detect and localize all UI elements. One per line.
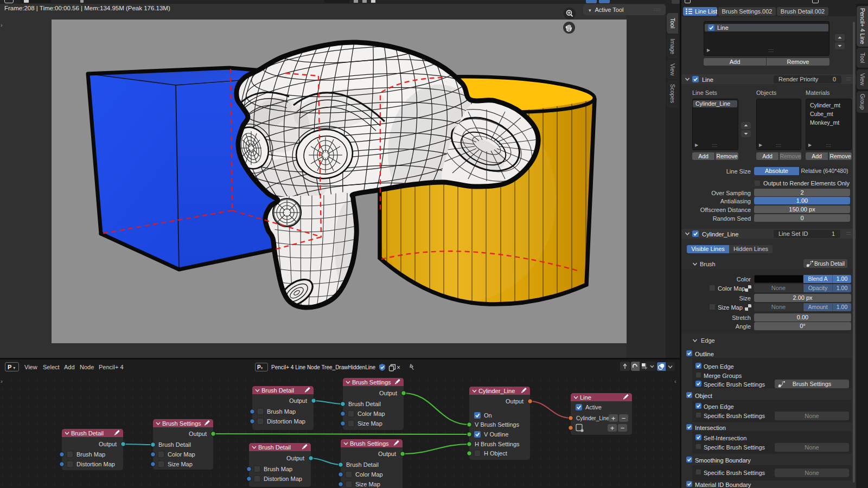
svg-text:Size Map: Size Map [358,420,382,427]
svg-text:Brush Map: Brush Map [76,451,105,458]
svg-text:Brush Map: Brush Map [267,408,296,415]
svg-text:Output: Output [286,455,304,461]
svg-text:Brush Detail: Brush Detail [346,461,379,468]
svg-text:Cylinder_Line: Cylinder_Line [576,415,610,421]
svg-text:Color Map: Color Map [358,410,385,417]
svg-text:Active: Active [585,404,602,410]
svg-text:Color Map: Color Map [355,471,383,478]
svg-text:Line: Line [580,394,591,401]
svg-text:Color Map: Color Map [168,451,195,458]
svg-text:V Brush Settings: V Brush Settings [475,421,519,428]
svg-text:−: − [622,414,626,422]
svg-text:Brush Detail: Brush Detail [158,441,191,448]
svg-text:Brush Detail: Brush Detail [261,387,294,394]
svg-text:Brush Settings: Brush Settings [350,440,389,447]
svg-text:Distortion Map: Distortion Map [264,476,302,482]
svg-text:Output: Output [506,398,524,404]
svg-text:Brush Settings: Brush Settings [352,379,391,386]
svg-text:−: − [621,424,625,432]
svg-text:H Brush Settings: H Brush Settings [475,441,520,447]
svg-text:V Outline: V Outline [484,431,508,438]
svg-text:Cylinder_Line: Cylinder_Line [478,388,515,394]
svg-text:Brush Detail: Brush Detail [348,401,381,407]
svg-text:Output: Output [189,431,207,437]
svg-text:+: + [611,414,616,422]
svg-text:Brush Detail: Brush Detail [71,430,104,436]
svg-text:Brush Detail: Brush Detail [258,444,291,451]
svg-text:Brush Settings: Brush Settings [162,420,201,427]
svg-text:Size Map: Size Map [168,461,193,467]
svg-text:Distortion Map: Distortion Map [267,418,305,425]
svg-text:Output: Output [289,397,307,404]
svg-text:On: On [484,412,492,419]
svg-text:Output: Output [379,390,397,396]
svg-text:Size Map: Size Map [355,481,380,487]
svg-text:Distortion Map: Distortion Map [76,461,115,467]
svg-text:Output: Output [378,451,396,457]
svg-text:H Object: H Object [484,450,507,457]
svg-text:Output: Output [99,441,117,447]
svg-text:+: + [610,424,615,432]
svg-text:Brush Map: Brush Map [264,466,292,472]
